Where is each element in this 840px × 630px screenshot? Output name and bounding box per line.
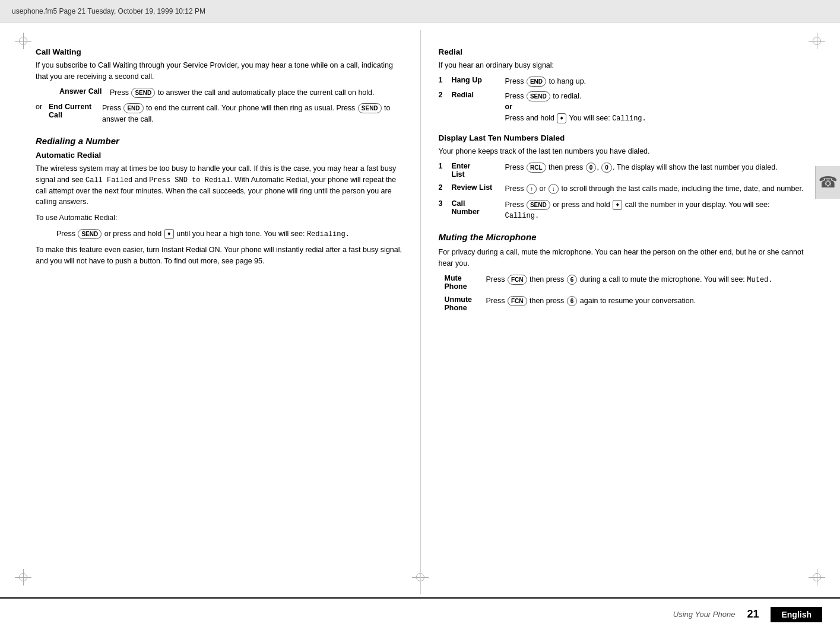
step-2-desc: Press SEND to redial. or Press and hold … <box>505 91 805 125</box>
send-btn-3: SEND <box>527 200 550 210</box>
step-1-desc: Press END to hang up. <box>505 76 805 87</box>
end-btn-1: END <box>527 77 546 87</box>
make-easier-text: To make this feature even easier, turn I… <box>36 244 402 267</box>
step-1-label: Hang Up <box>452 76 505 87</box>
answer-call-label: Answer Call <box>59 87 110 98</box>
crosshair-top-right <box>809 33 825 49</box>
send-button-icon: SEND <box>131 88 155 98</box>
page-number: 21 <box>747 608 759 621</box>
display-last-intro: Your phone keeps track of the last ten n… <box>439 146 805 157</box>
redial-title: Redial <box>439 47 805 56</box>
unmute-phone-row: UnmutePhone Press FCN then press 6 again… <box>445 295 805 312</box>
or-label: or <box>36 103 49 125</box>
answer-call-row: Answer Call Press SEND to answer the cal… <box>59 87 402 98</box>
crosshair-bottom-right <box>809 569 825 586</box>
press-instruction: Press SEND or press and hold ♦ until you… <box>56 228 402 240</box>
muting-section: Muting the Microphone For privacy during… <box>439 232 805 312</box>
calling-code: Calling. <box>612 114 646 123</box>
six-btn-1: 6 <box>567 275 578 285</box>
step-2-num: 2 <box>439 91 452 125</box>
left-column: Call Waiting If you subscribe to Call Wa… <box>36 30 420 594</box>
bottom-label: Using Your Phone <box>673 610 736 619</box>
enter-list-num: 1 <box>439 162 452 179</box>
enter-list-desc: Press RCL then press 0, 0. The display w… <box>505 162 805 179</box>
auto-redial-title: Automatic Redial <box>36 151 402 160</box>
call-waiting-intro: If you subscribe to Call Waiting through… <box>36 60 402 82</box>
mute-phone-label: MutePhone <box>445 274 486 291</box>
call-waiting-title: Call Waiting <box>36 47 402 56</box>
mute-phone-row: MutePhone Press FCN then press 6 during … <box>445 274 805 291</box>
redialing-code: Redialing. <box>307 230 350 238</box>
send-btn-auto: SEND <box>78 229 102 239</box>
crosshair-top-left <box>15 33 31 49</box>
calling-code-2: Calling. <box>505 212 540 220</box>
zero-btn-2: 0 <box>601 163 612 173</box>
redialing-section: Redialing a Number Automatic Redial The … <box>36 136 402 267</box>
review-list-label: Review List <box>452 183 505 195</box>
main-content: Call Waiting If you subscribe to Call Wa… <box>36 30 804 594</box>
code-call-failed: Call Failed <box>85 176 132 184</box>
up-btn: ↑ <box>527 184 537 194</box>
unmute-phone-label: UnmutePhone <box>445 295 486 312</box>
auto-redial-p1: The wireless system may at times be too … <box>36 163 402 208</box>
call-number-num: 3 <box>439 199 452 222</box>
header-text: usephone.fm5 Page 21 Tuesday, October 19… <box>12 7 205 15</box>
zero-btn-1: 0 <box>586 163 597 173</box>
hold-btn-3: ♦ <box>613 200 622 210</box>
phone-icon: ☎ <box>819 173 838 192</box>
call-waiting-section: Call Waiting If you subscribe to Call Wa… <box>36 47 402 125</box>
rcl-btn: RCL <box>527 163 546 173</box>
end-current-desc: Press END to end the current call. Your … <box>102 103 402 125</box>
code-press-snd: Press SND to Redial <box>149 176 230 184</box>
end-button-icon: END <box>123 103 143 113</box>
step-1-num: 1 <box>439 76 452 87</box>
fcn-btn-1: FCN <box>508 275 527 285</box>
unmute-phone-desc: Press FCN then press 6 again to resume y… <box>486 295 805 312</box>
muting-intro: For privacy during a call, mute the micr… <box>439 247 805 269</box>
end-call-row: or End CurrentCall Press END to end the … <box>36 103 402 125</box>
review-list-desc: Press ↑ or ↓ to scroll through the last … <box>505 183 805 195</box>
send-button-icon-2: SEND <box>358 103 382 113</box>
muting-title: Muting the Microphone <box>439 232 805 242</box>
review-list-num: 2 <box>439 183 452 195</box>
step-review-list: 2 Review List Press ↑ or ↓ to scroll thr… <box>439 183 805 195</box>
mute-phone-desc: Press FCN then press 6 during a call to … <box>486 274 805 291</box>
answer-call-desc: Press SEND to answer the call and automa… <box>110 87 375 98</box>
header-bar: usephone.fm5 Page 21 Tuesday, October 19… <box>0 0 840 23</box>
crosshair-bottom-left <box>15 569 31 586</box>
enter-list-label: EnterList <box>452 162 505 179</box>
to-use-label: To use Automatic Redial: <box>36 212 402 224</box>
right-column: Redial If you hear an ordinary busy sign… <box>420 30 805 594</box>
step-2-redial: 2 Redial Press SEND to redial. or Press … <box>439 91 805 125</box>
step-1-hang-up: 1 Hang Up Press END to hang up. <box>439 76 805 87</box>
bookmark-icon: ☎ <box>815 166 840 199</box>
redial-section: Redial If you hear an ordinary busy sign… <box>439 47 805 124</box>
fcn-btn-2: FCN <box>508 296 527 306</box>
bottom-bar: Using Your Phone 21 English <box>0 597 840 630</box>
call-number-label: CallNumber <box>452 199 505 222</box>
redialing-title: Redialing a Number <box>36 136 402 146</box>
display-last-section: Display Last Ten Numbers Dialed Your pho… <box>439 133 805 221</box>
six-btn-2: 6 <box>567 296 578 306</box>
step-call-number: 3 CallNumber Press SEND or press and hol… <box>439 199 805 222</box>
down-btn: ↓ <box>549 184 559 194</box>
step-2-label: Redial <box>452 91 505 125</box>
display-last-title: Display Last Ten Numbers Dialed <box>439 133 805 142</box>
step-enter-list: 1 EnterList Press RCL then press 0, 0. T… <box>439 162 805 179</box>
hold-btn-2: ♦ <box>557 113 566 123</box>
end-current-label: End CurrentCall <box>49 103 102 125</box>
redial-intro: If you hear an ordinary busy signal: <box>439 60 805 71</box>
call-number-desc: Press SEND or press and hold ♦ call the … <box>505 199 805 222</box>
send-btn-2: SEND <box>527 91 550 101</box>
muted-code: Muted. <box>747 276 772 284</box>
language-badge: English <box>771 607 822 622</box>
hold-btn: ♦ <box>164 229 174 239</box>
